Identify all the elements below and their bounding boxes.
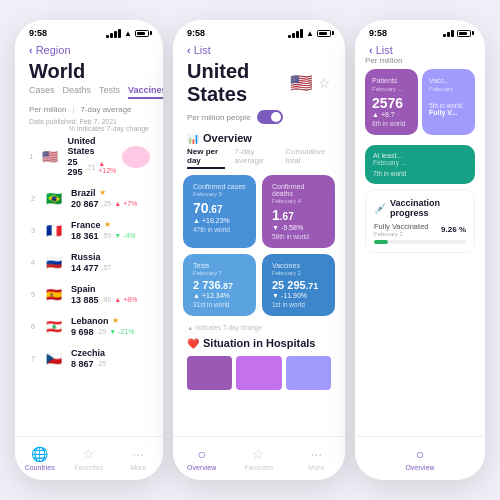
wifi-icon-2: ▲ bbox=[306, 29, 314, 38]
nav-countries[interactable]: 🌐 Countries bbox=[15, 446, 64, 471]
list-item[interactable]: 6 🇱🇧 Lebanon ★ 9 698 .29 ▼ -21% bbox=[15, 310, 163, 342]
phone-world: 9:58 ▲ ‹ Region World Cases Deaths Tests… bbox=[15, 20, 163, 480]
battery-icon-3 bbox=[457, 30, 471, 37]
battery-icon bbox=[135, 30, 149, 37]
star-icon: ★ bbox=[104, 220, 111, 229]
cases-label: Confirmed cases bbox=[193, 183, 246, 190]
nav-favorites-2[interactable]: ☆ Favorites bbox=[230, 446, 287, 471]
time-1: 9:58 bbox=[29, 28, 47, 38]
tab-vaccines[interactable]: Vaccines bbox=[128, 85, 163, 99]
deaths-label: Confirmed deaths bbox=[272, 183, 325, 197]
nav-back-1[interactable]: ‹ Region bbox=[15, 42, 163, 56]
fully-vacc-label: Fully Vaccinated bbox=[374, 222, 435, 231]
chevron-left-icon: ‹ bbox=[29, 44, 33, 56]
patients-card: Patients February ... 2576 ▲+8.? 8th in … bbox=[365, 69, 418, 135]
star-icon: ★ bbox=[99, 188, 106, 197]
indicates-note: ▲ indicates 7-day change bbox=[173, 322, 345, 333]
tests-label: Tests bbox=[193, 262, 246, 269]
us-title: United States bbox=[187, 60, 290, 106]
list-item[interactable]: 1 🇺🇸 United States 25 295 .71 ▲ +12% bbox=[15, 131, 69, 182]
patients-date: February ... bbox=[372, 86, 411, 92]
nav-back-2[interactable]: ‹ List bbox=[173, 42, 345, 56]
wifi-icon: ▲ bbox=[124, 29, 132, 38]
nav-overview[interactable]: ○ Overview bbox=[173, 446, 230, 471]
overview-icon-3: ○ bbox=[416, 446, 424, 462]
battery-icon-2 bbox=[317, 30, 331, 37]
per-million-3: Per million bbox=[355, 56, 485, 69]
tab-new-per-day[interactable]: New per day bbox=[187, 147, 225, 169]
tests-card: Tests February 7 2 736.87 ▲ +12.34% 31st… bbox=[183, 254, 256, 316]
at-least-rank: 7th in world bbox=[373, 170, 467, 177]
nav-overview-label: Overview bbox=[187, 464, 216, 471]
arrow-down-icon: ▼ bbox=[272, 224, 279, 231]
tab-cases[interactable]: Cases bbox=[29, 85, 55, 99]
overview-grid: Confirmed cases February 5 70.67 ▲ +18.2… bbox=[173, 175, 345, 316]
hospital-bar-purple bbox=[187, 356, 232, 390]
cases-change: ▲ +18.23% bbox=[193, 217, 246, 224]
status-icons-2: ▲ bbox=[288, 29, 331, 38]
tests-value: 2 736.87 bbox=[193, 279, 246, 291]
syringe-icon: 💉 bbox=[374, 203, 386, 214]
arrow-up-icon-2: ▲ bbox=[193, 292, 200, 299]
patients-label: Patients bbox=[372, 77, 411, 84]
nav-overview-3[interactable]: ○ Overview bbox=[355, 446, 485, 471]
star-button[interactable]: ☆ bbox=[318, 75, 331, 91]
signal-icon bbox=[106, 29, 121, 38]
tab-7day-avg[interactable]: 7-day average bbox=[235, 147, 276, 169]
nav-favorites-label: Favorites bbox=[75, 464, 104, 471]
at-least-card: At least... February ... 7th in world bbox=[365, 145, 475, 184]
phone-us-detail: 9:58 ▲ ‹ List United States 🇺🇸 ☆ Per mil… bbox=[173, 20, 345, 480]
vacc-partial-card: Vacc... February ... 5th in world Fully … bbox=[422, 69, 475, 135]
deaths-change: ▼ -9.58% bbox=[272, 224, 325, 231]
star-nav-icon: ☆ bbox=[82, 446, 95, 462]
more-icon: ··· bbox=[132, 446, 144, 462]
time-2: 9:58 bbox=[187, 28, 205, 38]
per-million-label: Per million bbox=[29, 105, 66, 114]
patients-change: ▲+8.? bbox=[372, 111, 411, 118]
overview-title: Overview bbox=[203, 132, 252, 144]
vacc-card-rank: 5th in world bbox=[429, 102, 468, 109]
toggle-switch[interactable] bbox=[257, 110, 283, 124]
chart-icon: 📊 bbox=[187, 133, 199, 144]
flag-czechia: 🇨🇿 bbox=[43, 347, 65, 369]
nav-back-label-1: Region bbox=[36, 44, 71, 56]
list-item[interactable]: 5 🇪🇸 Spain 13 885 .86 ▲ +8% bbox=[15, 278, 163, 310]
nav-more-2[interactable]: ··· More bbox=[288, 446, 345, 471]
nav-back-3[interactable]: ‹ List bbox=[355, 42, 485, 56]
arrow-down-icon-2: ▼ bbox=[272, 292, 279, 299]
hospital-bar-lavender bbox=[286, 356, 331, 390]
flag-lebanon: 🇱🇧 bbox=[43, 315, 65, 337]
world-tabs: Cases Deaths Tests Vaccines Patients bbox=[15, 85, 163, 99]
list-item[interactable]: 3 🇫🇷 France ★ 18 361 .59 ▼ -4% bbox=[15, 214, 163, 246]
confirmed-deaths-card: Confirmed deaths February 4 1.67 ▼ -9.58… bbox=[262, 175, 335, 248]
vacc-progress-title: Vaccination progress bbox=[390, 198, 466, 218]
nav-back-label-2: List bbox=[194, 44, 211, 56]
list-item[interactable]: 2 🇧🇷 Brazil ★ 20 867 .25 ▲ +7% bbox=[15, 182, 163, 214]
tab-deaths[interactable]: Deaths bbox=[63, 85, 92, 99]
cases-date: February 5 bbox=[193, 191, 246, 197]
status-bar-3: 9:58 bbox=[355, 20, 485, 42]
tab-tests[interactable]: Tests bbox=[99, 85, 120, 99]
tests-change: ▲ +12.34% bbox=[193, 292, 246, 299]
patients-rank: 8th in world bbox=[372, 120, 411, 127]
nav-favorites[interactable]: ☆ Favorites bbox=[64, 446, 113, 471]
nav-more[interactable]: ··· More bbox=[114, 446, 163, 471]
tests-date: February 7 bbox=[193, 270, 246, 276]
status-bar-2: 9:58 ▲ bbox=[173, 20, 345, 42]
signal-icon-3 bbox=[443, 30, 454, 37]
more-icon-2: ··· bbox=[310, 446, 322, 462]
deaths-date: February 4 bbox=[272, 198, 325, 204]
list-item[interactable]: 4 🇷🇺 Russia 14 477 .57 bbox=[15, 246, 163, 278]
vacc-bar-fill bbox=[374, 240, 388, 244]
usa-blob bbox=[122, 146, 150, 168]
bottom-nav-3: ○ Overview bbox=[355, 436, 485, 480]
star-nav-icon-2: ☆ bbox=[252, 446, 265, 462]
world-title: World bbox=[15, 56, 163, 85]
fully-vacc-date: February 2 bbox=[374, 231, 435, 237]
bottom-nav-2: ○ Overview ☆ Favorites ··· More bbox=[173, 436, 345, 480]
vaccines-card: Vaccines February 2 25 295.71 ▼ -11.90% … bbox=[262, 254, 335, 316]
data-note: Data published: Feb 7, 2021 % indicates … bbox=[15, 116, 163, 129]
list-item[interactable]: 7 🇨🇿 Czechia 8 867 .25 bbox=[15, 342, 163, 374]
tab-cumulative[interactable]: Cumulative total bbox=[285, 147, 331, 169]
star-icon: ★ bbox=[112, 316, 119, 325]
